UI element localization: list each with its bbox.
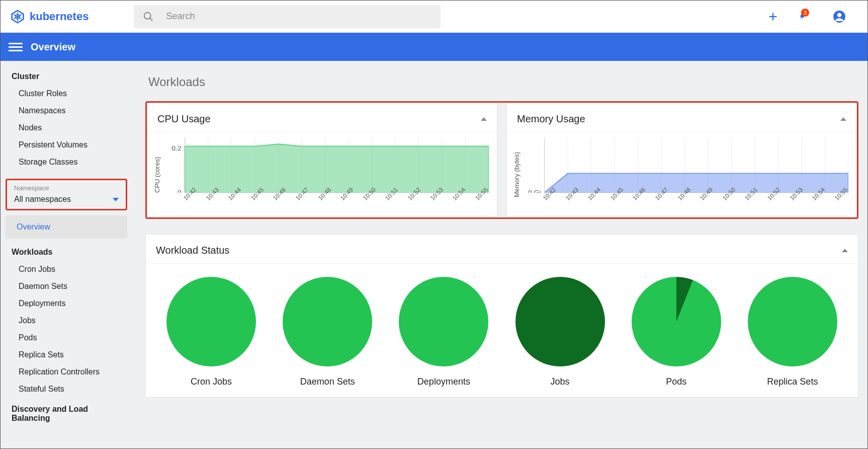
- sidebar-section-workloads[interactable]: Workloads: [1, 244, 132, 261]
- donut-icon: [515, 277, 605, 366]
- sidebar-item-namespaces[interactable]: Namespaces: [1, 102, 132, 119]
- memory-ylabel: Memory (bytes): [513, 137, 520, 212]
- sidebar-item-cluster-roles[interactable]: Cluster Roles: [1, 85, 132, 102]
- workload-status-card: Workload Status Cron Jobs Daemon Sets De…: [145, 234, 858, 398]
- sidebar-item-replication-controllers[interactable]: Replication Controllers: [1, 363, 132, 381]
- sidebar-item-pods[interactable]: Pods: [1, 329, 132, 346]
- search-placeholder: Search: [166, 11, 195, 22]
- search-icon: [143, 11, 154, 22]
- donut-label: Pods: [666, 377, 686, 387]
- chevron-down-icon: [113, 198, 119, 201]
- kubernetes-logo-icon: [11, 10, 25, 24]
- cpu-usage-title: CPU Usage: [157, 113, 211, 125]
- donut-label: Cron Jobs: [191, 377, 232, 387]
- sidebar-item-persistent-volumes[interactable]: Persistent Volumes: [1, 136, 132, 154]
- donut-label: Jobs: [551, 377, 570, 387]
- brand-name: kubernetes: [30, 10, 89, 23]
- svg-point-13: [837, 13, 842, 17]
- usage-charts-highlight: CPU Usage CPU (cores) 0.20 10:4210:4310:…: [145, 101, 858, 219]
- svg-text:0: 0: [178, 189, 182, 193]
- donut-icon: [283, 277, 372, 366]
- sidebar-section-discovery[interactable]: Discovery and Load Balancing: [1, 398, 132, 427]
- sidebar-item-nodes[interactable]: Nodes: [1, 119, 132, 136]
- page-heading: Overview: [31, 41, 75, 53]
- collapse-toggle-memory[interactable]: [840, 117, 846, 121]
- notifications-button[interactable]: 3: [799, 10, 813, 24]
- donut-icon: [166, 277, 256, 366]
- sidebar-section-cluster[interactable]: Cluster: [1, 68, 132, 85]
- status-donut-jobs[interactable]: Jobs: [504, 277, 615, 387]
- cpu-ylabel: CPU (cores): [153, 137, 161, 212]
- workload-status-charts: Cron Jobs Daemon Sets Deployments Jobs P…: [146, 264, 858, 397]
- collapse-toggle-status[interactable]: [842, 249, 848, 252]
- top-actions: 3: [766, 10, 857, 24]
- memory-usage-title: Memory Usage: [517, 113, 585, 125]
- page-title: Workloads: [145, 61, 858, 101]
- sidebar-item-jobs[interactable]: Jobs: [1, 312, 132, 329]
- collapse-toggle-cpu[interactable]: [481, 117, 487, 121]
- memory-usage-card: Memory Usage Memory (bytes) 0 Gi 10:4210…: [506, 103, 857, 217]
- menu-toggle[interactable]: [9, 41, 23, 53]
- donut-icon: [632, 277, 721, 366]
- sidebar-item-stateful-sets[interactable]: Stateful Sets: [1, 381, 132, 398]
- sidebar-item-replica-sets[interactable]: Replica Sets: [1, 346, 132, 363]
- donut-label: Replica Sets: [767, 377, 818, 387]
- plus-icon: [767, 11, 778, 22]
- svg-text:0 Gi: 0 Gi: [528, 189, 541, 193]
- sidebar-cluster-list: Cluster Roles Namespaces Nodes Persisten…: [1, 85, 132, 171]
- memory-chart: 0 Gi 10:4210:4310:4410:4510:4610:4710:48…: [524, 137, 848, 212]
- status-donut-cron-jobs[interactable]: Cron Jobs: [156, 277, 267, 387]
- cpu-usage-card: CPU Usage CPU (cores) 0.20 10:4210:4310:…: [147, 103, 497, 217]
- sidebar: Cluster Cluster Roles Namespaces Nodes P…: [1, 61, 132, 448]
- sidebar-item-storage-classes[interactable]: Storage Classes: [1, 154, 132, 171]
- svg-line-9: [150, 18, 153, 21]
- namespace-selector[interactable]: Namespace All namespaces: [6, 179, 127, 210]
- cpu-chart: 0.20 10:4210:4310:4410:4510:4610:4710:48…: [164, 137, 489, 212]
- donut-icon: [748, 277, 837, 366]
- donut-label: Deployments: [417, 377, 470, 387]
- svg-point-8: [144, 12, 151, 19]
- sidebar-item-deployments[interactable]: Deployments: [1, 295, 132, 312]
- sidebar-workloads-list: Cron Jobs Daemon Sets Deployments Jobs P…: [1, 261, 132, 398]
- workload-status-title: Workload Status: [156, 245, 229, 256]
- donut-label: Daemon Sets: [300, 377, 355, 387]
- svg-text:0.2: 0.2: [171, 145, 181, 152]
- sidebar-item-overview[interactable]: Overview: [6, 215, 127, 239]
- status-donut-daemon-sets[interactable]: Daemon Sets: [272, 277, 383, 387]
- user-icon: [833, 10, 846, 23]
- top-app-bar: kubernetes Search 3: [1, 1, 867, 33]
- add-button[interactable]: [766, 10, 780, 24]
- status-donut-deployments[interactable]: Deployments: [388, 277, 499, 387]
- page-toolbar: Overview: [1, 33, 867, 61]
- notifications-badge: 3: [801, 9, 809, 17]
- status-donut-replica-sets[interactable]: Replica Sets: [737, 277, 848, 387]
- search-input[interactable]: Search: [134, 5, 441, 28]
- main-content: Workloads CPU Usage CPU (cores) 0.20 10:…: [132, 61, 867, 448]
- donut-icon: [399, 277, 488, 366]
- status-donut-pods[interactable]: Pods: [621, 277, 732, 387]
- sidebar-item-cron-jobs[interactable]: Cron Jobs: [1, 261, 132, 278]
- logo[interactable]: kubernetes: [11, 10, 89, 24]
- account-button[interactable]: [832, 10, 846, 24]
- namespace-value: All namespaces: [14, 195, 71, 204]
- sidebar-item-daemon-sets[interactable]: Daemon Sets: [1, 278, 132, 295]
- namespace-label: Namespace: [14, 184, 119, 192]
